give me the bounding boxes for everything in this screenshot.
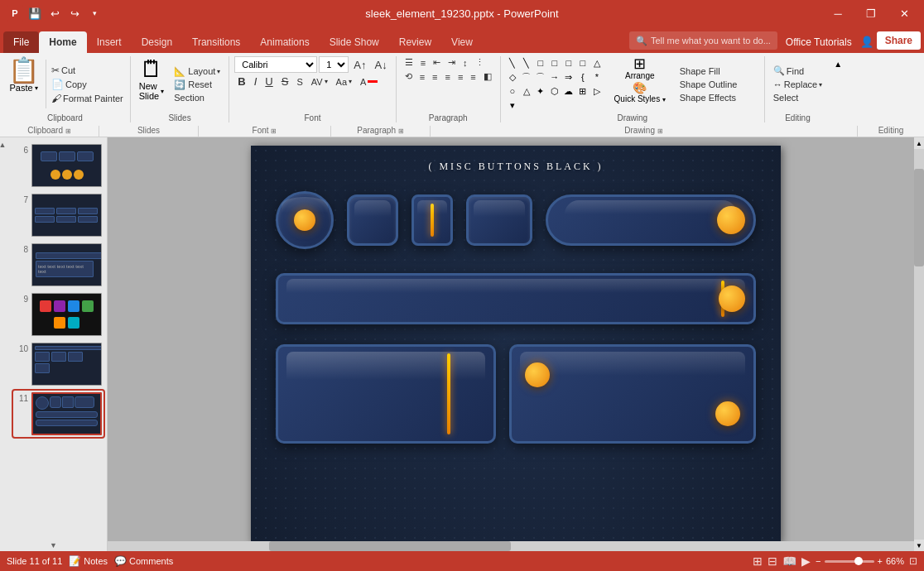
tab-animations[interactable]: Animations xyxy=(250,31,319,53)
reading-view-button[interactable]: 📖 xyxy=(782,554,796,568)
shape-btn[interactable]: ╲ xyxy=(520,56,533,70)
slide-item-11[interactable]: 11 xyxy=(13,391,103,437)
shape-btn[interactable]: ◇ xyxy=(506,70,519,84)
scroll-down-right[interactable]: ▼ xyxy=(914,540,924,551)
shape-btn[interactable]: { xyxy=(576,70,590,84)
zoom-out-button[interactable]: − xyxy=(816,556,821,566)
bold-button[interactable]: B xyxy=(234,74,248,89)
align-center-button[interactable]: ≡ xyxy=(429,71,440,83)
slide-sorter-button[interactable]: ⊟ xyxy=(768,554,777,568)
cut-button[interactable]: ✂ Cut xyxy=(48,64,127,77)
slide-item-8[interactable]: 8 text text text text text text xyxy=(13,242,103,288)
copy-button[interactable]: 📄 Copy xyxy=(48,78,127,91)
shape-btn[interactable]: △ xyxy=(590,56,604,70)
columns-button[interactable]: ⋮ xyxy=(472,56,488,69)
font-color-button[interactable]: A xyxy=(357,76,381,88)
collapse-ribbon-button[interactable]: ▲ xyxy=(832,58,844,70)
increase-indent-button[interactable]: ⇥ xyxy=(445,56,459,69)
toggle-switch-1[interactable] xyxy=(411,194,453,246)
fit-slide-button[interactable]: ⊡ xyxy=(909,555,917,567)
scroll-thumb-bottom[interactable] xyxy=(269,541,511,551)
replace-button[interactable]: ↔ Replace ▾ xyxy=(770,79,825,90)
wide-panel-right[interactable] xyxy=(509,344,756,444)
shape-btn[interactable]: □ xyxy=(534,56,547,70)
font-size-select[interactable]: 18 xyxy=(319,56,349,73)
shape-outline-button[interactable]: Shape Outline xyxy=(676,79,759,90)
office-tutorials-link[interactable]: Office Tutorials xyxy=(777,31,860,53)
slide-item-10[interactable]: 10 xyxy=(13,341,103,387)
scroll-up-button[interactable]: ▲ xyxy=(0,141,6,149)
close-button[interactable]: ✕ xyxy=(891,2,917,25)
pill-button-1[interactable] xyxy=(546,194,756,246)
redo-button[interactable]: ↪ xyxy=(66,5,83,22)
change-case-button[interactable]: Aa ▾ xyxy=(333,76,355,88)
select-button[interactable]: Select xyxy=(770,92,825,103)
share-button[interactable]: Share xyxy=(877,31,921,50)
restore-button[interactable]: ❐ xyxy=(858,2,884,25)
rect-button-1[interactable] xyxy=(466,194,532,246)
tab-review[interactable]: Review xyxy=(389,31,441,53)
char-spacing-button[interactable]: AV ▾ xyxy=(308,76,331,88)
text-dir-button[interactable]: ⟲ xyxy=(402,70,416,83)
shadow-button[interactable]: S xyxy=(293,76,306,88)
justify-button[interactable]: ≡ xyxy=(455,71,466,83)
align-left-button[interactable]: ≡ xyxy=(416,71,428,83)
decrease-indent-button[interactable]: ⇤ xyxy=(430,56,444,69)
shape-btn[interactable]: → xyxy=(548,70,561,84)
slideshow-button[interactable]: ▶ xyxy=(801,554,811,568)
scroll-down-button[interactable]: ▼ xyxy=(0,540,107,551)
shape-btn[interactable]: □ xyxy=(548,56,561,70)
shape-btn[interactable]: □ xyxy=(562,56,575,70)
quick-styles-button[interactable]: 🎨 Quick Styles ▾ xyxy=(607,81,673,103)
slide-item-6[interactable]: 6 xyxy=(13,142,103,189)
slide-item-7[interactable]: 7 xyxy=(13,192,103,238)
align-text-button[interactable]: ≡ xyxy=(467,71,479,83)
slide-canvas-area[interactable]: ( MISC BUTTONS BLACK ) xyxy=(108,137,924,551)
tab-transitions[interactable]: Transitions xyxy=(182,31,250,53)
shape-btn[interactable]: ⊞ xyxy=(576,84,590,98)
font-name-select[interactable]: Calibri xyxy=(234,56,317,73)
shape-btn[interactable]: ⌒ xyxy=(534,70,547,84)
section-button[interactable]: Section xyxy=(171,92,224,103)
arrange-button[interactable]: ⊞ Arrange xyxy=(607,56,673,80)
comments-button[interactable]: 💬 Comments xyxy=(114,555,173,567)
circle-button-1[interactable] xyxy=(276,191,334,249)
format-painter-button[interactable]: 🖌 Format Painter xyxy=(48,92,127,105)
find-button[interactable]: 🔍 Find xyxy=(770,65,825,77)
slide-item-9[interactable]: 9 xyxy=(13,291,103,338)
reset-button[interactable]: 🔄 Reset xyxy=(171,79,224,91)
shape-btn[interactable]: △ xyxy=(520,84,533,98)
shape-btn[interactable]: * xyxy=(590,70,604,84)
shape-btn[interactable]: ⌒ xyxy=(520,70,533,84)
zoom-slider-thumb[interactable] xyxy=(854,557,863,565)
smartart-button[interactable]: ◧ xyxy=(480,70,495,83)
numbered-list-button[interactable]: ≡ xyxy=(417,57,429,69)
notes-status-button[interactable]: 📝 Notes xyxy=(69,555,108,567)
tab-insert[interactable]: Insert xyxy=(87,31,132,53)
search-box[interactable]: 🔍 Tell me what you want to do... xyxy=(629,31,777,50)
zoom-in-button[interactable]: + xyxy=(878,556,883,566)
save-button[interactable]: 💾 xyxy=(26,5,43,22)
tab-view[interactable]: View xyxy=(441,31,483,53)
wide-slider-1[interactable] xyxy=(276,273,756,324)
shapes-more-button[interactable]: ▾ xyxy=(506,98,519,112)
tab-slideshow[interactable]: Slide Show xyxy=(320,31,389,53)
minimize-button[interactable]: ─ xyxy=(825,2,851,25)
increase-font-button[interactable]: A↑ xyxy=(350,58,369,72)
decrease-font-button[interactable]: A↓ xyxy=(371,58,390,72)
underline-button[interactable]: U xyxy=(262,74,276,89)
shape-btn[interactable]: ✦ xyxy=(534,84,547,98)
shape-btn[interactable]: ⬡ xyxy=(548,84,561,98)
shape-btn[interactable]: □ xyxy=(576,56,590,70)
tab-file[interactable]: File xyxy=(3,31,39,53)
scroll-thumb-right[interactable] xyxy=(914,169,924,266)
normal-view-button[interactable]: ⊞ xyxy=(753,554,763,568)
undo-button[interactable]: ↩ xyxy=(46,5,63,22)
shape-btn[interactable]: ☁ xyxy=(562,84,575,98)
italic-button[interactable]: I xyxy=(251,74,261,89)
square-button-1[interactable] xyxy=(347,194,398,246)
shape-btn[interactable]: ⇒ xyxy=(562,70,575,84)
shape-btn[interactable]: ╲ xyxy=(506,56,519,70)
zoom-slider[interactable] xyxy=(825,560,874,563)
strikethrough-button[interactable]: S xyxy=(278,74,292,89)
